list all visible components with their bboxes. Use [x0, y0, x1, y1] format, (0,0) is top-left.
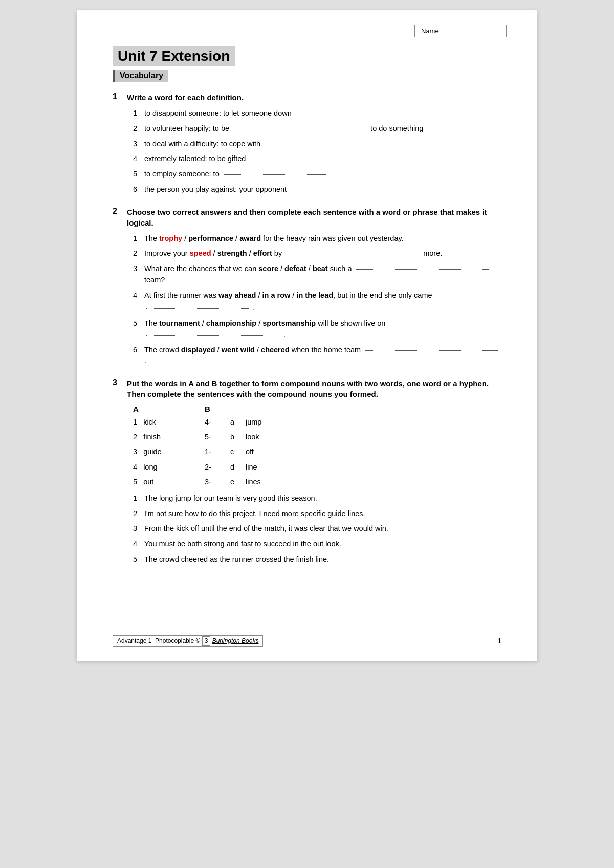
q1-item-4: 4 extremely talented: to be gifted: [133, 153, 501, 165]
q1-item-1: 1 to disappoint someone: to let someone …: [133, 108, 501, 119]
q2-text: Choose two correct answers and then comp…: [127, 207, 501, 228]
q2-item-1: 1 The trophy / performance / award for t…: [133, 233, 501, 244]
q1-number: 1: [113, 92, 127, 101]
col-b-header: B: [205, 405, 317, 413]
q3-sentence-1: 1 The long jump for our team is very goo…: [133, 493, 501, 504]
q3-text: Put the words in A and B together to for…: [127, 378, 501, 399]
q2-number: 2: [113, 207, 127, 216]
q3-row-2: 2 finish 5- b look: [133, 431, 501, 443]
q3-row-1: 1 kick 4- a jump: [133, 416, 501, 428]
q1-item-6: 6 the person you play against: your oppo…: [133, 184, 501, 195]
q2-item-4: 4 At first the runner was way ahead / in…: [133, 290, 501, 315]
q3-sentence-2: 2 I'm not sure how to do this project. I…: [133, 508, 501, 520]
question-1: 1 Write a word for each definition. 1 to…: [113, 92, 501, 195]
q2-item-3: 3 What are the chances that we can score…: [133, 263, 501, 286]
q3-sentences: 1 The long jump for our team is very goo…: [133, 493, 501, 565]
q1-text: Write a word for each definition.: [127, 92, 244, 103]
q3-number: 3: [113, 378, 127, 387]
q3-row-3: 3 guide 1- c off: [133, 446, 501, 458]
col-a-header: A: [133, 405, 205, 413]
footer: Advantage 1 Photocopiable © 3 Burlington…: [113, 635, 501, 647]
q3-row-4: 4 long 2- d line: [133, 461, 501, 473]
q3-sentence-4: 4 You must be both strong and fast to su…: [133, 539, 501, 550]
q3-sentence-3: 3 From the kick off until the end of the…: [133, 523, 501, 535]
q2-item-2: 2 Improve your speed / strength / effort…: [133, 248, 501, 259]
question-2: 2 Choose two correct answers and then co…: [113, 207, 501, 367]
q3-row-5: 5 out 3- e lines: [133, 476, 501, 488]
q1-item-5: 5 to employ someone: to: [133, 169, 501, 180]
q3-table: A B 1 kick 4- a jump 2 finish 5- b look …: [133, 405, 501, 488]
q1-items: 1 to disappoint someone: to let someone …: [133, 108, 501, 195]
q2-items: 1 The trophy / performance / award for t…: [133, 233, 501, 367]
name-field: Name:: [414, 25, 507, 37]
name-label: Name:: [421, 27, 441, 35]
footer-left: Advantage 1 Photocopiable © 3 Burlington…: [113, 635, 263, 647]
footer-right: 1: [497, 637, 501, 645]
question-3: 3 Put the words in A and B together to f…: [113, 378, 501, 565]
q1-item-2: 2 to volunteer happily: to be to do some…: [133, 123, 501, 135]
q1-item-3: 3 to deal with a difficulty: to cope wit…: [133, 139, 501, 150]
page: Name: Unit 7 Extension Vocabulary 1 Writ…: [77, 10, 537, 661]
q2-item-5: 5 The tournament / championship / sports…: [133, 318, 501, 341]
main-title: Unit 7 Extension: [113, 46, 235, 66]
q3-sentence-5: 5 The crowd cheered as the runner crosse…: [133, 554, 501, 565]
section-title: Vocabulary: [113, 70, 168, 82]
q2-item-6: 6 The crowd displayed / went wild / chee…: [133, 345, 501, 367]
q3-col-headers: A B: [133, 405, 501, 413]
